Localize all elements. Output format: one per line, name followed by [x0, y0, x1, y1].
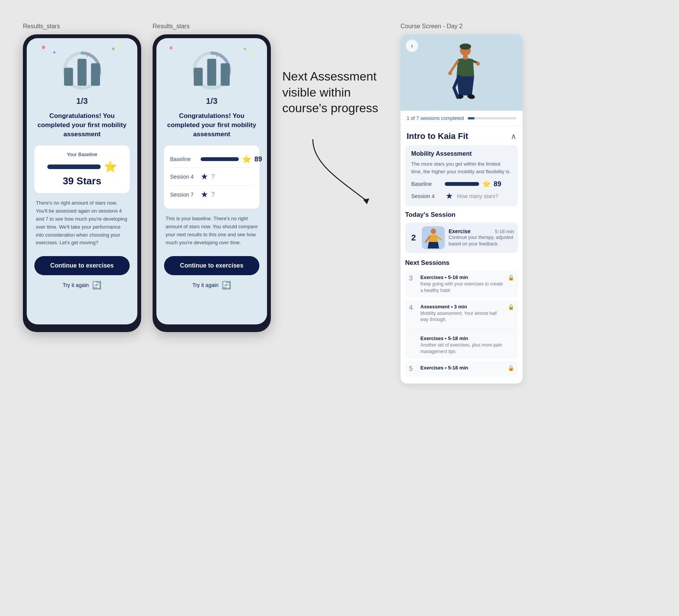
- replay-icon-2: 🔄: [222, 281, 231, 290]
- screen2-label: Results_stars: [153, 23, 190, 30]
- svg-rect-21: [463, 55, 468, 60]
- course-baseline-score: 89: [494, 180, 501, 188]
- todays-header: Today's Session: [405, 211, 518, 219]
- progress-fill: [468, 117, 475, 119]
- today-type: Exercise: [449, 228, 471, 234]
- sessions-completed: 1 of 7 sessions completed: [407, 115, 464, 121]
- next-sessions: Next Sessions 3 Exercises • 5-18 min Kee…: [401, 259, 523, 384]
- course-section: Course Screen - Day 2 ‹: [401, 23, 523, 384]
- chevron-up-icon[interactable]: ∧: [511, 132, 516, 141]
- stars-row-1: ⭐: [42, 160, 122, 173]
- course-session4-text: How many stars?: [457, 193, 498, 199]
- session4-exercise-title: Exercises • 5-18 min: [420, 335, 514, 341]
- continue-btn-1[interactable]: Continue to exercises: [34, 256, 130, 275]
- session4-row-content: ★ ?: [201, 172, 253, 182]
- star-icon-1: ⭐: [104, 160, 117, 173]
- next-session-4: 4 Assessment • 3 min Mobility assessment…: [405, 300, 518, 359]
- baseline-row-label: Baseline: [170, 156, 201, 162]
- session7-result-row: Session 7 ★ ?: [170, 186, 253, 203]
- session4-exercise-content: Exercises • 5-18 min Another set of exer…: [420, 335, 514, 355]
- results-table: Baseline ⭐ 89 Session 4 ★ ?: [164, 145, 259, 209]
- try-again-2[interactable]: Try it again 🔄: [192, 281, 231, 290]
- phone-screen-2: 1/3 Congratulations! You completed your …: [156, 38, 267, 324]
- baseline-label-1: Your Baseline: [42, 152, 122, 157]
- svg-point-16: [460, 44, 471, 50]
- svg-point-24: [431, 229, 436, 234]
- stars-count-1: 39 Stars: [42, 175, 122, 187]
- course-session4-label: Session 4: [411, 193, 442, 199]
- baseline-star: ⭐: [242, 155, 251, 164]
- course-baseline-label: Baseline: [411, 181, 442, 187]
- course-baseline-row: Baseline ⭐ 89: [411, 180, 512, 188]
- baseline-card-1: Your Baseline ⭐ 39 Stars: [34, 145, 130, 193]
- mobility-card: Mobility Assessment The more stars you g…: [405, 145, 518, 206]
- bar-chart-icon-1: [61, 48, 103, 93]
- session4-result-row: Session 4 ★ ?: [170, 168, 253, 186]
- course-title: Intro to Kaia Fit: [407, 131, 468, 141]
- session4-content: Assessment • 3 min Mobility assessment. …: [420, 304, 504, 323]
- screen1-section: Results_stars: [23, 23, 141, 332]
- today-num: 2: [409, 233, 418, 243]
- session3-title: Exercises • 5-18 min: [420, 274, 504, 280]
- session3-content: Exercises • 5-18 min Keep going with you…: [420, 274, 504, 294]
- today-duration: 5-18 min: [495, 229, 514, 234]
- continue-btn-2[interactable]: Continue to exercises: [164, 256, 259, 275]
- session7-question: ?: [211, 191, 215, 198]
- session4-row-label: Session 4: [170, 174, 201, 180]
- next-sessions-header: Next Sessions: [405, 259, 518, 267]
- screen2-section: Results_stars: [153, 23, 271, 332]
- svg-point-20: [476, 62, 480, 66]
- course-label: Course Screen - Day 2: [401, 23, 463, 30]
- mobility-title: Mobility Assessment: [411, 150, 512, 157]
- session5-title: Exercises • 5-18 min: [420, 365, 504, 371]
- session4-question: ?: [211, 173, 215, 180]
- session4-assessment-title: Assessment • 3 min: [420, 304, 504, 310]
- svg-rect-4: [64, 68, 73, 86]
- svg-rect-11: [194, 68, 203, 86]
- course-baseline-star: ⭐: [482, 180, 491, 188]
- course-baseline-bar: [445, 182, 479, 186]
- step-counter-2: 1/3: [206, 96, 218, 106]
- congrats-text-2: Congratulations! You completed your firs…: [164, 111, 259, 139]
- try-again-label-2: Try it again: [192, 282, 219, 288]
- session5-content: Exercises • 5-18 min: [420, 365, 504, 371]
- info-text-2: This is your baseline. There's no right …: [164, 215, 259, 247]
- svg-rect-5: [77, 59, 87, 86]
- course-hero: ‹: [401, 34, 523, 111]
- progress-bar-1: [47, 164, 101, 169]
- phone-screen-1: 1/3 Congratulations! You completed your …: [27, 38, 137, 324]
- mobility-desc: The more stars you get within the limite…: [411, 160, 512, 175]
- session3-lock-icon: 🔒: [508, 274, 514, 281]
- today-thumb: [422, 226, 445, 249]
- session5-num: 5: [409, 365, 417, 373]
- session4-num: 4: [409, 304, 417, 312]
- today-session-item[interactable]: 2 Exercise: [405, 223, 518, 253]
- today-desc: Continue your therapy, adjusted based on…: [449, 234, 514, 247]
- next-session-3: 3 Exercises • 5-18 min Keep going with y…: [405, 271, 518, 298]
- today-info: Exercise 5-18 min Continue your therapy,…: [449, 228, 514, 247]
- course-session4-row: Session 4 ★ How many stars?: [411, 191, 512, 201]
- info-text-1: There's no right amount of stars now. Yo…: [34, 199, 130, 247]
- replay-icon-1: 🔄: [92, 281, 101, 290]
- course-title-row: Intro to Kaia Fit ∧: [401, 126, 523, 145]
- baseline-score: 89: [254, 155, 262, 163]
- baseline-progress-bar: [201, 157, 239, 161]
- session7-row-label: Session 7: [170, 192, 201, 198]
- annotation-section: Next Assessmentvisible withincourse's pr…: [282, 23, 389, 208]
- phone-mockup-1: 1/3 Congratulations! You completed your …: [23, 34, 141, 332]
- exercise-figure: [437, 42, 486, 103]
- svg-line-26: [437, 237, 441, 240]
- phone-mockup-2: 1/3 Congratulations! You completed your …: [153, 34, 271, 332]
- annotation-arrow: [305, 132, 381, 208]
- svg-rect-12: [207, 59, 216, 86]
- try-again-label-1: Try it again: [63, 282, 89, 288]
- annotation-text: Next Assessmentvisible withincourse's pr…: [282, 69, 378, 116]
- circle-chart-2: [191, 50, 233, 92]
- circle-chart-1: [61, 50, 103, 92]
- back-button[interactable]: ‹: [406, 40, 418, 52]
- session4-star-sm: ★: [201, 172, 208, 182]
- session3-desc: Keep going with your exercises to create…: [420, 281, 504, 294]
- baseline-row-content: ⭐ 89: [201, 155, 262, 164]
- session4-assessment-desc: Mobility assessment. Your almost half wa…: [420, 310, 504, 323]
- try-again-1[interactable]: Try it again 🔄: [63, 281, 101, 290]
